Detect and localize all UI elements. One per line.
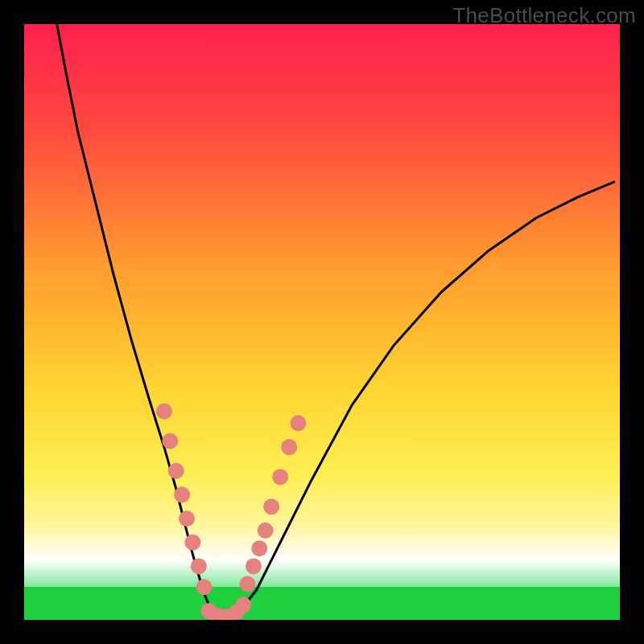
marker-dot [263,498,279,514]
marker-dot [184,535,200,551]
marker-dot [235,597,251,613]
marker-dots [156,403,307,620]
watermark-text: TheBottleneck.com [452,3,636,28]
marker-dot [162,433,178,449]
chart-plot-area [24,24,620,620]
marker-dot [246,558,262,574]
bottleneck-curve [57,24,614,618]
marker-dot [179,510,195,526]
marker-dot [258,522,274,539]
marker-dot [196,579,213,595]
marker-dot [174,487,190,503]
marker-dot [281,439,297,455]
marker-dot [156,403,172,419]
marker-dot [251,540,267,556]
marker-dot [272,469,288,485]
marker-dot [240,576,256,592]
marker-dot [168,463,184,479]
marker-dot [191,558,207,574]
chart-svg [24,24,620,620]
marker-dot [290,415,306,431]
